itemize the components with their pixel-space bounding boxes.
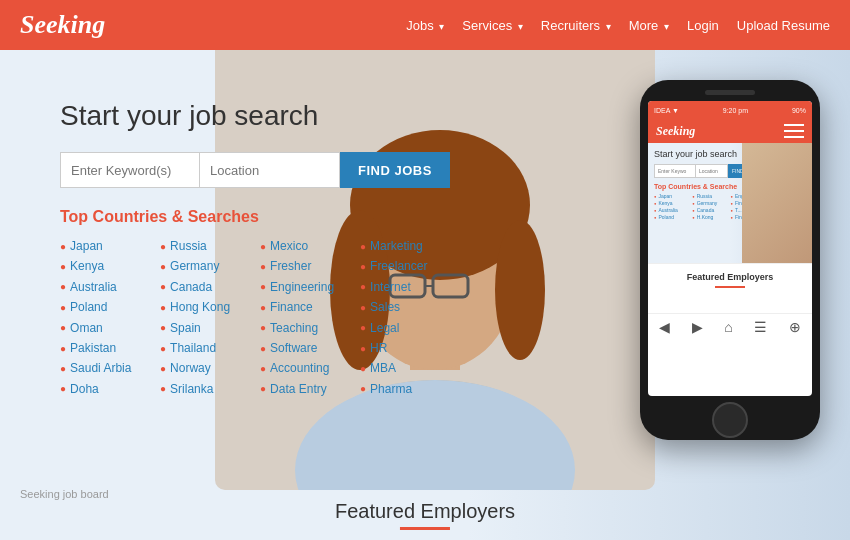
bullet-icon: ● <box>654 208 656 213</box>
countries-grid: ●Japan ●Kenya ●Australia ●Poland ●Oman ●… <box>60 236 560 399</box>
bullet-icon: ● <box>731 215 733 220</box>
bullet-icon: ● <box>260 299 266 316</box>
bullet-icon: ● <box>160 319 166 336</box>
list-item[interactable]: ●Germany <box>160 256 260 276</box>
bullet-icon: ● <box>360 380 366 397</box>
bullet-icon: ● <box>60 238 66 255</box>
list-item[interactable]: ●Norway <box>160 358 260 378</box>
bullet-icon: ● <box>731 194 733 199</box>
phone-forward-icon[interactable]: ▶ <box>692 319 703 335</box>
phone-brand: Seeking <box>656 124 695 139</box>
featured-employers-section: Featured Employers <box>335 500 515 530</box>
list-item[interactable]: ●Australia <box>60 277 160 297</box>
list-item[interactable]: ●Japan <box>654 193 691 199</box>
list-item[interactable]: ●Data Entry <box>260 379 360 399</box>
list-item[interactable]: ●Thailand <box>160 338 260 358</box>
brand-logo[interactable]: Seeking <box>20 10 105 40</box>
list-item[interactable]: ●Germany <box>692 200 729 206</box>
list-item[interactable]: ●Legal <box>360 318 460 338</box>
list-item[interactable]: ●Accounting <box>260 358 360 378</box>
phone-share-icon[interactable]: ⊕ <box>789 319 801 335</box>
bullet-icon: ● <box>260 380 266 397</box>
list-item[interactable]: ●Sales <box>360 297 460 317</box>
list-item[interactable]: ●Teaching <box>260 318 360 338</box>
bullet-icon: ● <box>360 340 366 357</box>
phone-featured-title: Featured Employers <box>656 272 804 282</box>
list-item[interactable]: ●Doha <box>60 379 160 399</box>
menu-line-1 <box>784 124 804 126</box>
phone-location-input[interactable] <box>696 164 728 178</box>
menu-line-3 <box>784 136 804 138</box>
phone-home-icon[interactable]: ⌂ <box>724 319 732 335</box>
bullet-icon: ● <box>60 299 66 316</box>
list-item[interactable]: ●HR <box>360 338 460 358</box>
phone-screen: IDEA ▼ 9:20 pm 90% Seeking Start y <box>648 101 812 396</box>
phone-keyword-input[interactable] <box>654 164 696 178</box>
bullet-icon: ● <box>160 299 166 316</box>
list-item[interactable]: ●Spain <box>160 318 260 338</box>
list-item[interactable]: ●MBA <box>360 358 460 378</box>
nav-recruiters[interactable]: Recruiters ▾ <box>541 18 611 33</box>
search-bar: FIND JOBS <box>60 152 560 188</box>
list-item[interactable]: ●Kenya <box>654 200 691 206</box>
nav-jobs[interactable]: Jobs ▾ <box>406 18 444 33</box>
list-item[interactable]: ●Software <box>260 338 360 358</box>
list-item[interactable]: ●Pakistan <box>60 338 160 358</box>
list-item[interactable]: ●Russia <box>160 236 260 256</box>
bullet-icon: ● <box>60 258 66 275</box>
phone-device: IDEA ▼ 9:20 pm 90% Seeking Start y <box>640 80 820 440</box>
nav-more[interactable]: More ▾ <box>629 18 669 33</box>
list-item[interactable]: ●Saudi Arbia <box>60 358 160 378</box>
list-item[interactable]: ●Japan <box>60 236 160 256</box>
bullet-icon: ● <box>160 360 166 377</box>
keyword-input[interactable] <box>60 152 200 188</box>
phone-menu-nav-icon[interactable]: ☰ <box>754 319 767 335</box>
mobile-phone-mockup: IDEA ▼ 9:20 pm 90% Seeking Start y <box>640 80 820 440</box>
phone-battery: 90% <box>792 107 806 114</box>
list-item[interactable]: ●Mexico <box>260 236 360 256</box>
list-item[interactable]: ●Hong Kong <box>160 297 260 317</box>
bullet-icon: ● <box>731 201 733 206</box>
list-item[interactable]: ●Poland <box>654 214 691 220</box>
bullet-icon: ● <box>360 238 366 255</box>
hero-content: Start your job search FIND JOBS Top Coun… <box>60 100 560 399</box>
recruiters-arrow-icon: ▾ <box>606 21 611 32</box>
list-item[interactable]: ●Finance <box>260 297 360 317</box>
list-item[interactable]: ●Kenya <box>60 256 160 276</box>
nav-services[interactable]: Services ▾ <box>462 18 522 33</box>
phone-hero-section: Start your job search FIND JOBS Top Coun… <box>648 143 812 263</box>
country-col-3: ●Mexico ●Fresher ●Engineering ●Finance ●… <box>260 236 360 399</box>
phone-navbar: Seeking <box>648 119 812 143</box>
bullet-icon: ● <box>60 340 66 357</box>
list-item[interactable]: ●Canada <box>692 207 729 213</box>
bullet-icon: ● <box>260 360 266 377</box>
list-item[interactable]: ●Australia <box>654 207 691 213</box>
list-item[interactable]: ●Oman <box>60 318 160 338</box>
phone-menu-icon[interactable] <box>784 124 804 138</box>
jobs-arrow-icon: ▾ <box>439 21 444 32</box>
location-input[interactable] <box>200 152 340 188</box>
phone-back-icon[interactable]: ◀ <box>659 319 670 335</box>
list-item[interactable]: ●Freelancer <box>360 256 460 276</box>
list-item[interactable]: ●Pharma <box>360 379 460 399</box>
list-item[interactable]: ●H.Kong <box>692 214 729 220</box>
nav-login[interactable]: Login <box>687 18 719 33</box>
list-item[interactable]: ●Fresher <box>260 256 360 276</box>
bullet-icon: ● <box>260 258 266 275</box>
list-item[interactable]: ●Marketing <box>360 236 460 256</box>
country-col-2: ●Russia ●Germany ●Canada ●Hong Kong ●Spa… <box>160 236 260 399</box>
bullet-icon: ● <box>160 258 166 275</box>
phone-time: 9:20 pm <box>723 107 748 114</box>
bullet-icon: ● <box>654 215 656 220</box>
find-jobs-button[interactable]: FIND JOBS <box>340 152 450 188</box>
nav-upload-resume[interactable]: Upload Resume <box>737 18 830 33</box>
list-item[interactable]: ●Canada <box>160 277 260 297</box>
menu-line-2 <box>784 130 804 132</box>
list-item[interactable]: ●Engineering <box>260 277 360 297</box>
bullet-icon: ● <box>360 278 366 295</box>
list-item[interactable]: ●Internet <box>360 277 460 297</box>
phone-home-button[interactable] <box>712 402 748 438</box>
list-item[interactable]: ●Srilanka <box>160 379 260 399</box>
list-item[interactable]: ●Russia <box>692 193 729 199</box>
list-item[interactable]: ●Poland <box>60 297 160 317</box>
